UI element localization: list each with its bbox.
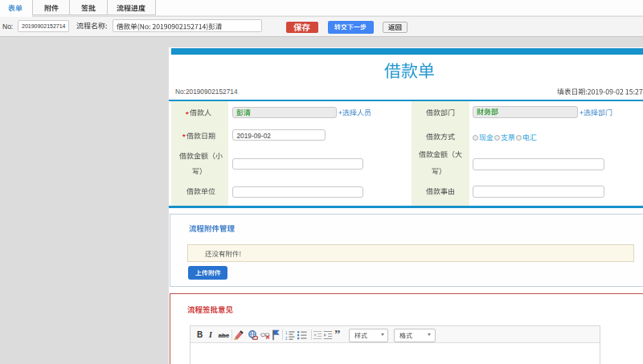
svg-text:1: 1 [285, 331, 288, 335]
svg-text:2: 2 [285, 337, 288, 341]
